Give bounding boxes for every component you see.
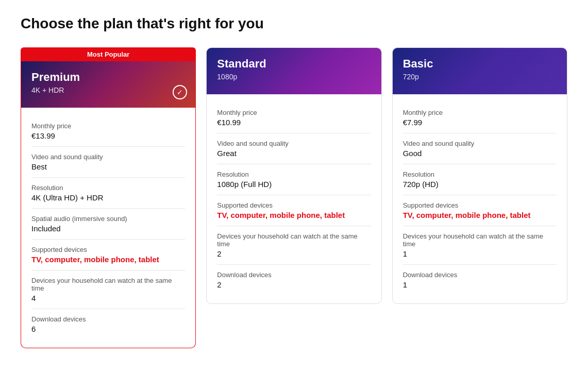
most-popular-badge: Most Popular (21, 47, 196, 61)
simultaneous-value-premium: 4 (31, 294, 185, 302)
plan-header-standard: Standard 1080p (207, 48, 381, 94)
devices-row-premium: Supported devices TV, computer, mobile p… (31, 240, 185, 270)
plan-body-standard: Monthly price €10.99 Video and sound qua… (207, 94, 381, 303)
quality-row-premium: Video and sound quality Best (31, 147, 185, 178)
quality-value-premium: Best (31, 162, 185, 171)
devices-label-premium: Supported devices (31, 246, 185, 253)
simultaneous-label-standard: Devices your household can watch at the … (217, 232, 371, 248)
plan-name-standard: Standard (217, 57, 371, 71)
spatial-audio-row-premium: Spatial audio (immersive sound) Included (31, 209, 185, 240)
quality-row-standard: Video and sound quality Great (217, 133, 371, 164)
simultaneous-value-standard: 2 (217, 249, 371, 258)
download-row-standard: Download devices 2 (217, 265, 371, 295)
download-value-basic: 1 (403, 280, 557, 289)
price-label-premium: Monthly price (31, 122, 185, 130)
plan-name-premium: Premium (31, 71, 185, 84)
resolution-row-basic: Resolution 720p (HD) (403, 164, 557, 195)
devices-label-basic: Supported devices (403, 201, 557, 209)
download-row-basic: Download devices 1 (403, 265, 557, 295)
quality-label-premium: Video and sound quality (31, 153, 185, 161)
devices-value-basic: TV, computer, mobile phone, tablet (403, 211, 557, 219)
plan-wrapper-premium: Most Popular Premium 4K + HDR ✓ Monthly … (21, 47, 196, 348)
resolution-value-standard: 1080p (Full HD) (217, 180, 371, 189)
quality-value-standard: Great (217, 149, 371, 158)
plan-name-basic: Basic (403, 57, 557, 71)
simultaneous-label-premium: Devices your household can watch at the … (31, 277, 185, 292)
resolution-value-basic: 720p (HD) (403, 180, 557, 189)
page-title: Choose the plan that's right for you (21, 15, 567, 32)
simultaneous-row-premium: Devices your household can watch at the … (31, 270, 185, 309)
quality-value-basic: Good (403, 149, 557, 158)
plan-wrapper-basic: Basic 720p Monthly price €7.99 Video and… (392, 47, 567, 304)
spatial-audio-value-premium: Included (31, 224, 185, 233)
price-value-standard: €10.99 (217, 118, 371, 127)
simultaneous-row-basic: Devices your household can watch at the … (403, 226, 557, 265)
price-value-basic: €7.99 (403, 118, 557, 127)
check-icon-premium: ✓ (173, 85, 187, 99)
plan-body-premium: Monthly price €13.99 Video and sound qua… (21, 108, 195, 348)
download-label-standard: Download devices (217, 271, 371, 279)
spatial-audio-label-premium: Spatial audio (immersive sound) (31, 215, 185, 223)
price-row-basic: Monthly price €7.99 (403, 103, 557, 133)
quality-label-basic: Video and sound quality (403, 140, 557, 147)
plan-card-premium[interactable]: Premium 4K + HDR ✓ Monthly price €13.99 … (21, 61, 196, 348)
download-row-premium: Download devices 6 (31, 309, 185, 339)
quality-row-basic: Video and sound quality Good (403, 133, 557, 164)
price-label-basic: Monthly price (403, 109, 557, 116)
devices-row-basic: Supported devices TV, computer, mobile p… (403, 195, 557, 226)
plan-header-premium: Premium 4K + HDR ✓ (21, 61, 195, 108)
resolution-value-premium: 4K (Ultra HD) + HDR (31, 193, 185, 202)
download-value-premium: 6 (31, 325, 185, 333)
plan-body-basic: Monthly price €7.99 Video and sound qual… (393, 94, 567, 303)
plans-container: Most Popular Premium 4K + HDR ✓ Monthly … (21, 47, 567, 348)
plan-card-standard[interactable]: Standard 1080p Monthly price €10.99 Vide… (206, 47, 381, 304)
plan-wrapper-standard: Standard 1080p Monthly price €10.99 Vide… (206, 47, 381, 304)
download-label-basic: Download devices (403, 271, 557, 279)
plan-resolution-standard: 1080p (217, 73, 371, 81)
simultaneous-row-standard: Devices your household can watch at the … (217, 226, 371, 265)
price-value-premium: €13.99 (31, 131, 185, 140)
simultaneous-label-basic: Devices your household can watch at the … (403, 232, 557, 248)
price-label-standard: Monthly price (217, 109, 371, 116)
resolution-row-standard: Resolution 1080p (Full HD) (217, 164, 371, 195)
devices-value-premium: TV, computer, mobile phone, tablet (31, 255, 185, 264)
devices-row-standard: Supported devices TV, computer, mobile p… (217, 195, 371, 226)
download-value-standard: 2 (217, 280, 371, 289)
simultaneous-value-basic: 1 (403, 249, 557, 258)
download-label-premium: Download devices (31, 315, 185, 323)
resolution-label-basic: Resolution (403, 171, 557, 178)
price-row-standard: Monthly price €10.99 (217, 103, 371, 133)
devices-value-standard: TV, computer, mobile phone, tablet (217, 211, 371, 219)
resolution-label-premium: Resolution (31, 184, 185, 192)
plan-header-basic: Basic 720p (393, 48, 567, 94)
quality-label-standard: Video and sound quality (217, 140, 371, 147)
price-row-premium: Monthly price €13.99 (31, 116, 185, 147)
devices-label-standard: Supported devices (217, 201, 371, 209)
plan-card-basic[interactable]: Basic 720p Monthly price €7.99 Video and… (392, 47, 567, 304)
plan-resolution-premium: 4K + HDR (31, 86, 185, 94)
resolution-row-premium: Resolution 4K (Ultra HD) + HDR (31, 178, 185, 209)
plan-resolution-basic: 720p (403, 73, 557, 81)
resolution-label-standard: Resolution (217, 171, 371, 178)
